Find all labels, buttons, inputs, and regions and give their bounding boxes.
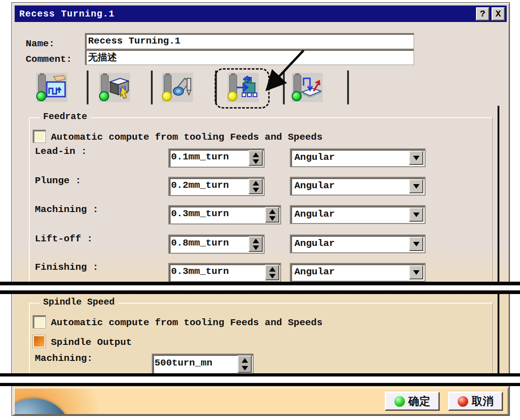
spindle-output-label: Spindle Output bbox=[51, 337, 132, 348]
plunge-label: Plunge : bbox=[35, 175, 81, 186]
spin-down-icon[interactable] bbox=[266, 273, 278, 279]
tab-macros[interactable] bbox=[292, 73, 323, 102]
spin-down-icon[interactable] bbox=[249, 158, 262, 165]
cancel-button-label: 取消 bbox=[472, 394, 494, 409]
liftoff-value[interactable]: 0.8mm_turn bbox=[169, 235, 248, 253]
machining-feed-unit-dropdown[interactable]: Angular bbox=[291, 206, 425, 223]
finishing-unit-dropdown[interactable]: Angular bbox=[291, 264, 425, 281]
machining-feed-value-spinner[interactable]: 0.3mm_turn bbox=[169, 206, 280, 224]
splice-line bbox=[0, 373, 520, 376]
spin-down-icon[interactable] bbox=[266, 215, 278, 222]
dropdown-arrow-icon[interactable] bbox=[409, 207, 423, 222]
liftoff-label: Lift-off : bbox=[35, 234, 93, 244]
leadin-value-spinner[interactable]: 0.1mm_turn bbox=[169, 149, 264, 167]
finishing-label: Finishing : bbox=[35, 262, 99, 273]
name-input[interactable] bbox=[85, 33, 414, 49]
finishing-value-spinner[interactable]: 0.3mm_turn bbox=[169, 264, 280, 281]
dropdown-arrow-icon[interactable] bbox=[409, 151, 423, 165]
machining-feed-value[interactable]: 0.3mm_turn bbox=[169, 206, 264, 224]
cancel-button[interactable]: 取消 bbox=[448, 392, 503, 411]
spin-down-icon[interactable] bbox=[249, 186, 262, 193]
feedrate-auto-checkbox[interactable] bbox=[33, 130, 45, 142]
splice-gap bbox=[0, 376, 520, 383]
tab-separator bbox=[347, 71, 349, 104]
spinner-buttons[interactable] bbox=[265, 265, 279, 280]
geometry-icon bbox=[108, 75, 129, 99]
leadin-unit-dropdown[interactable]: Angular bbox=[291, 149, 425, 166]
spinner-buttons[interactable] bbox=[265, 207, 279, 223]
splice-gap bbox=[0, 285, 520, 290]
ok-button[interactable]: 确定 bbox=[385, 392, 440, 411]
leadin-unit-value: Angular bbox=[291, 149, 408, 166]
dropdown-arrow-icon[interactable] bbox=[409, 237, 423, 251]
feedrate-group: Feedrate bbox=[29, 117, 493, 286]
dialog-titlebar[interactable]: Recess Turning.1 ? X bbox=[15, 5, 507, 22]
finishing-unit-value: Angular bbox=[291, 264, 408, 281]
green-status-icon bbox=[292, 91, 302, 101]
help-button[interactable]: ? bbox=[476, 7, 489, 21]
dropdown-arrow-icon[interactable] bbox=[409, 179, 423, 193]
liftoff-unit-dropdown[interactable]: Angular bbox=[291, 235, 425, 252]
spindle-machining-value[interactable]: 500turn_mn bbox=[153, 355, 237, 374]
tab-separator bbox=[283, 71, 285, 104]
splice-line bbox=[0, 383, 520, 386]
strategy-icon bbox=[45, 75, 66, 99]
plunge-unit-value: Angular bbox=[291, 178, 408, 195]
tab-separator bbox=[87, 71, 89, 104]
plunge-value[interactable]: 0.2mm_turn bbox=[169, 178, 248, 195]
spindle-speed-group-title: Spindle Speed bbox=[39, 297, 118, 307]
feedrate-group-title: Feedrate bbox=[39, 111, 91, 122]
name-label: Name: bbox=[26, 38, 55, 49]
tab-tool[interactable] bbox=[162, 73, 193, 102]
dropdown-arrow-icon[interactable] bbox=[409, 265, 423, 279]
spin-up-icon[interactable] bbox=[266, 266, 278, 273]
tool-icon bbox=[171, 75, 192, 99]
liftoff-value-spinner[interactable]: 0.8mm_turn bbox=[169, 235, 264, 253]
leadin-value[interactable]: 0.1mm_turn bbox=[169, 149, 248, 167]
finishing-value[interactable]: 0.3mm_turn bbox=[169, 264, 264, 281]
close-button[interactable]: X bbox=[492, 7, 505, 21]
machining-feed-label: Machining : bbox=[35, 204, 99, 215]
ok-button-label: 确定 bbox=[409, 394, 431, 409]
spin-up-icon[interactable] bbox=[266, 208, 278, 215]
spindle-output-checkbox[interactable] bbox=[33, 335, 45, 348]
plunge-unit-dropdown[interactable]: Angular bbox=[291, 178, 425, 195]
spindle-machining-spinner[interactable]: 500turn_mn bbox=[153, 355, 253, 374]
spin-up-icon[interactable] bbox=[249, 237, 262, 244]
leadin-label: Lead-in : bbox=[35, 146, 87, 157]
macros-icon bbox=[301, 75, 322, 99]
spinner-buttons[interactable] bbox=[249, 150, 263, 166]
spin-down-icon[interactable] bbox=[238, 364, 251, 372]
tab-separator bbox=[151, 71, 153, 104]
tab-geometry[interactable] bbox=[99, 73, 130, 102]
recess-turning-dialog: Recess Turning.1 ? X Name: Comment: bbox=[11, 2, 510, 416]
dialog-title: Recess Turning.1 bbox=[19, 9, 474, 19]
ok-green-ball-icon bbox=[394, 396, 405, 407]
splice-line bbox=[0, 282, 520, 285]
splice-line bbox=[0, 290, 520, 294]
spin-up-icon[interactable] bbox=[249, 151, 262, 158]
spinner-buttons[interactable] bbox=[238, 355, 252, 373]
liftoff-unit-value: Angular bbox=[291, 235, 408, 252]
spinner-buttons[interactable] bbox=[249, 179, 263, 194]
spin-up-icon[interactable] bbox=[249, 180, 262, 186]
machining-feed-unit-value: Angular bbox=[291, 206, 408, 223]
spindle-auto-checkbox[interactable] bbox=[33, 316, 45, 328]
footer-bar: 确定 取消 bbox=[14, 387, 509, 415]
tab-feeds-and-speeds[interactable] bbox=[227, 73, 259, 102]
spinner-buttons[interactable] bbox=[249, 236, 263, 252]
plunge-value-spinner[interactable]: 0.2mm_turn bbox=[169, 178, 264, 195]
frame-edge-line bbox=[498, 106, 499, 375]
spindle-auto-label: Automatic compute from tooling Feeds and… bbox=[51, 317, 322, 328]
spin-up-icon[interactable] bbox=[238, 356, 251, 364]
tab-strategy[interactable] bbox=[36, 73, 67, 102]
spin-down-icon[interactable] bbox=[249, 244, 262, 251]
yellow-status-icon bbox=[227, 91, 238, 101]
comment-input[interactable] bbox=[85, 49, 414, 65]
green-status-icon bbox=[99, 91, 109, 101]
cancel-red-ball-icon bbox=[458, 396, 468, 407]
feeds-speeds-icon bbox=[237, 75, 258, 99]
tab-separator bbox=[215, 71, 217, 104]
spindle-machining-label: Machining: bbox=[35, 353, 93, 364]
screenshot-stage: Recess Turning.1 ? X Name: Comment: bbox=[0, 0, 520, 420]
